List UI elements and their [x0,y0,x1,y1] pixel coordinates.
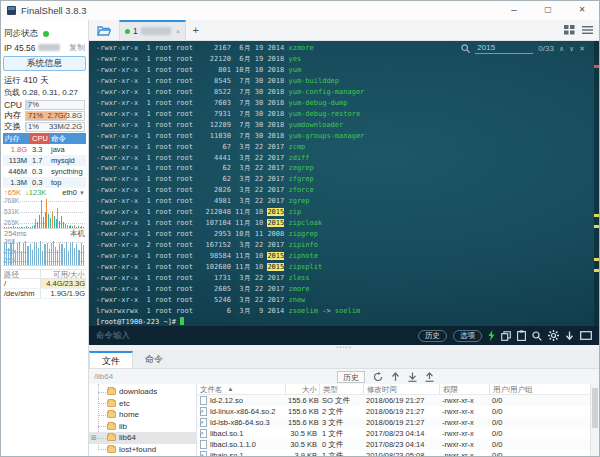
upload-rate: ↑65K [4,188,21,197]
file-table-scrollbar[interactable] [590,384,599,456]
path-history-button[interactable]: 历史 [337,371,365,383]
terminal-line: -rwxr-xr-x 1 root root 7931 7月 30 2018 y… [96,109,591,120]
minimize-button[interactable]: – [497,1,531,20]
process-row[interactable]: 446M0.3syncthing [3,166,86,177]
tree-item-etc[interactable]: etc [89,398,196,410]
file-perm: -rwxr-xr-x [439,406,489,417]
tree-item-downloads[interactable]: downloads [89,386,196,398]
terminal-line: -rwxr-xr-x 1 root root 8545 7月 30 2018 y… [96,76,591,87]
scrollbar-thumb[interactable] [592,388,598,428]
file-row[interactable]: libacl.so.1.1.030.5 KB0 文件2017/08/23 04:… [197,439,590,450]
download-icon[interactable] [408,372,417,382]
fullscreen-icon[interactable] [580,331,592,340]
disk-path-header[interactable]: 路径 [3,270,41,278]
tab-commands[interactable]: 命令 [133,351,175,368]
col-cmd-header[interactable]: 命令 [49,133,86,144]
search-close-button[interactable]: ✕ [579,45,585,53]
system-info-button[interactable]: 系统信息 [3,56,86,71]
col-cpu-header[interactable]: CPU [30,133,49,144]
process-table-header: 内存CPU命令 [3,133,86,144]
process-row[interactable]: 1.3M0.3top [3,177,86,188]
terminal-line: -rwxr-xr-x 1 root root 22120 6月 19 2018 … [96,54,591,65]
options-button[interactable]: 选项 [453,330,482,342]
upload-icon[interactable] [425,372,434,382]
copy-ip-button[interactable]: 复制 [69,42,85,53]
file-mtime: 2018/06/19 21:27 [363,406,439,417]
expander-icon[interactable]: ⊞ [91,434,97,442]
tree-item-home[interactable]: home [89,409,196,421]
folder-icon [107,411,116,418]
download-rate: ↓123K [25,188,46,197]
chart-bars [3,240,85,265]
arrow-down-icon[interactable] [565,331,574,341]
search-prev-button[interactable]: ∧ [559,45,564,53]
maximize-button[interactable]: ▢ [531,1,565,20]
close-button[interactable]: ✕ [565,1,599,20]
terminal-scrollbar[interactable] [594,41,599,326]
settings-gear-icon[interactable] [548,330,559,341]
file-mtime: 2018/06/19 21:27 [363,417,439,428]
col-filename-header[interactable]: 文件名▲ [197,384,285,394]
network-stats-row: ↑65K ↓123K eth0 ▼ [4,188,85,197]
process-row[interactable]: 1.8G3.3java [3,144,86,155]
terminal-line: -rwxr-xr-x 1 root root 5246 3月 22 2017 z… [96,295,591,306]
tab-files[interactable]: 文件 [89,351,133,368]
interface-select[interactable]: eth0 ▼ [62,188,85,197]
ping-target: 本机 [70,229,85,239]
col-perm-header[interactable]: 权限 [439,384,489,394]
process-cmd: top [49,177,86,188]
file-browser-body: downloadsetchomelib⊞lib64lost+found 文件名▲… [89,384,599,456]
file-row[interactable]: ld-linux-x86-64.so.2155.6 KB2 文件2018/06/… [197,406,590,417]
file-row[interactable]: ld-lsb-x86-64.so.3155.6 KB3 文件2018/06/19… [197,417,590,428]
process-mem: 1.8G [3,144,30,155]
up-level-icon[interactable] [391,372,400,382]
resource-meters: CPU7%内存71%2.7G/3.8G交换1%33M/2.2G [4,99,85,132]
process-row[interactable]: 113M1.7mysqld [3,155,86,166]
col-type-header[interactable]: 类型 [319,384,363,394]
process-table: 内存CPU命令1.8G3.3java113M1.7mysqld446M0.3sy… [3,133,86,188]
col-mem-header[interactable]: 内存 [3,133,30,144]
current-path[interactable]: /lib64 [94,372,113,381]
grid-view-icon[interactable] [564,25,575,35]
list-menu-icon[interactable] [582,25,593,35]
sync-online-dot [43,31,49,37]
tree-item-lib[interactable]: lib [89,421,196,433]
clipboard-paste-icon[interactable] [517,330,526,341]
connection-manager-button[interactable] [92,21,116,39]
file-mtime: 2017/08/23 04:14 [363,439,439,450]
duplicate-icon[interactable] [501,331,511,341]
disk-usage-header[interactable]: 可用/大小 [41,270,86,278]
file-perm: -rwxr-xr-x [439,428,489,439]
search-input[interactable]: 2015 [475,43,533,54]
disk-table-header: 路径可用/大小 [3,269,86,279]
new-tab-button[interactable]: + [192,24,198,36]
history-button[interactable]: 历史 [418,330,447,342]
file-row[interactable]: libaio.so.13.9 KB1 文件2010/08/23 05:08-rw… [197,450,590,457]
process-cmd: syncthing [49,166,86,177]
session-tab[interactable]: 1 × [119,20,186,40]
scroll-marker [594,214,599,217]
scroll-marker [594,269,599,272]
file-row[interactable]: libacl.so.130.5 KB1 文件2017/08/23 04:14-r… [197,428,590,439]
col-mtime-header[interactable]: 修改时间 [363,384,439,394]
meter-label: 交换 [4,121,25,133]
tab-close-icon[interactable]: × [176,27,181,36]
command-input[interactable]: 命令输入 [96,330,130,342]
process-cpu: 0.3 [30,177,49,188]
file-icon [200,440,207,449]
search-icon[interactable] [532,331,542,341]
file-row[interactable]: ld-2.12.so155.6 KBSO 文件2018/06/19 21:27-… [197,395,590,406]
tree-item-lib64[interactable]: ⊞lib64 [89,432,196,444]
col-owner-header[interactable]: 用户/用户组 [489,384,535,394]
disk-row[interactable]: /dev/shm1.9G/1.9G [3,289,86,299]
file-owner: 0/0 [489,406,535,417]
disk-row[interactable]: /4.4G/23.3G [3,279,86,289]
terminal[interactable]: -rwxr-xr-x 1 root root 2167 6月 19 2014 x… [89,41,599,326]
col-size-header[interactable]: 大小 [285,384,319,394]
lightning-icon[interactable] [488,330,495,341]
file-perm: -rwxr-xr-x [439,450,489,457]
tree-item-lost+found[interactable]: lost+found [89,444,196,456]
refresh-icon[interactable] [373,372,383,382]
terminal-line: lrwxrwxrwx 1 root root 6 3月 9 2014 zsoel… [96,306,591,317]
search-next-button[interactable]: ∨ [569,45,574,53]
